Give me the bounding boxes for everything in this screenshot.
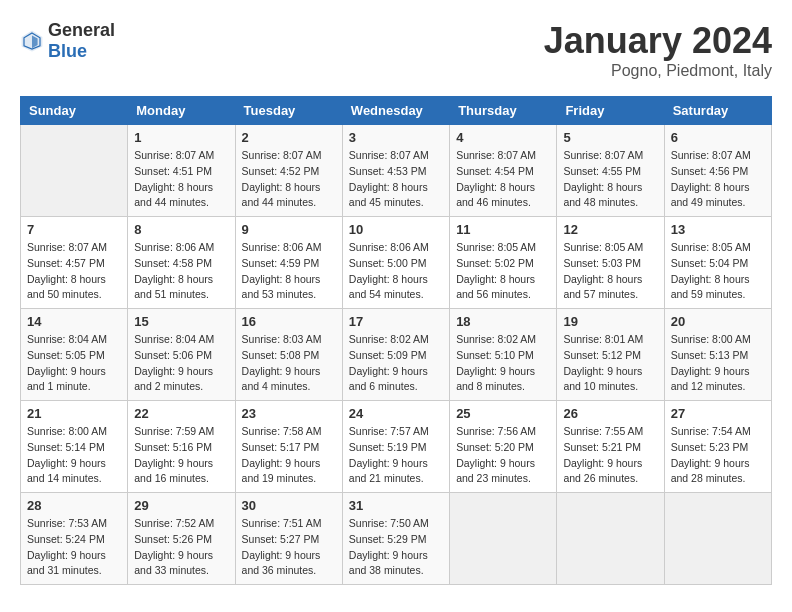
- weekday-header-wednesday: Wednesday: [342, 97, 449, 125]
- day-detail: Sunrise: 8:05 AMSunset: 5:04 PMDaylight:…: [671, 240, 765, 303]
- day-detail: Sunrise: 8:06 AMSunset: 4:58 PMDaylight:…: [134, 240, 228, 303]
- calendar-cell: [450, 493, 557, 585]
- calendar-cell: [664, 493, 771, 585]
- day-detail: Sunrise: 7:57 AMSunset: 5:19 PMDaylight:…: [349, 424, 443, 487]
- day-number: 23: [242, 406, 336, 421]
- calendar-cell: 24Sunrise: 7:57 AMSunset: 5:19 PMDayligh…: [342, 401, 449, 493]
- day-detail: Sunrise: 7:56 AMSunset: 5:20 PMDaylight:…: [456, 424, 550, 487]
- day-detail: Sunrise: 8:05 AMSunset: 5:02 PMDaylight:…: [456, 240, 550, 303]
- calendar-cell: 29Sunrise: 7:52 AMSunset: 5:26 PMDayligh…: [128, 493, 235, 585]
- day-number: 20: [671, 314, 765, 329]
- day-number: 10: [349, 222, 443, 237]
- day-number: 2: [242, 130, 336, 145]
- day-detail: Sunrise: 7:53 AMSunset: 5:24 PMDaylight:…: [27, 516, 121, 579]
- day-detail: Sunrise: 8:01 AMSunset: 5:12 PMDaylight:…: [563, 332, 657, 395]
- calendar-cell: 17Sunrise: 8:02 AMSunset: 5:09 PMDayligh…: [342, 309, 449, 401]
- day-number: 28: [27, 498, 121, 513]
- day-number: 19: [563, 314, 657, 329]
- calendar-cell: 27Sunrise: 7:54 AMSunset: 5:23 PMDayligh…: [664, 401, 771, 493]
- calendar-week-row: 14Sunrise: 8:04 AMSunset: 5:05 PMDayligh…: [21, 309, 772, 401]
- calendar-cell: 25Sunrise: 7:56 AMSunset: 5:20 PMDayligh…: [450, 401, 557, 493]
- calendar-cell: 14Sunrise: 8:04 AMSunset: 5:05 PMDayligh…: [21, 309, 128, 401]
- weekday-header-monday: Monday: [128, 97, 235, 125]
- day-detail: Sunrise: 8:07 AMSunset: 4:52 PMDaylight:…: [242, 148, 336, 211]
- day-detail: Sunrise: 8:00 AMSunset: 5:13 PMDaylight:…: [671, 332, 765, 395]
- day-detail: Sunrise: 8:04 AMSunset: 5:05 PMDaylight:…: [27, 332, 121, 395]
- day-detail: Sunrise: 7:59 AMSunset: 5:16 PMDaylight:…: [134, 424, 228, 487]
- day-number: 15: [134, 314, 228, 329]
- day-number: 16: [242, 314, 336, 329]
- day-detail: Sunrise: 8:04 AMSunset: 5:06 PMDaylight:…: [134, 332, 228, 395]
- calendar-cell: 21Sunrise: 8:00 AMSunset: 5:14 PMDayligh…: [21, 401, 128, 493]
- day-detail: Sunrise: 8:02 AMSunset: 5:10 PMDaylight:…: [456, 332, 550, 395]
- day-detail: Sunrise: 7:52 AMSunset: 5:26 PMDaylight:…: [134, 516, 228, 579]
- calendar-title: January 2024: [544, 20, 772, 62]
- page-header: General Blue January 2024 Pogno, Piedmon…: [20, 20, 772, 80]
- logo-icon: [20, 29, 44, 53]
- calendar-cell: 10Sunrise: 8:06 AMSunset: 5:00 PMDayligh…: [342, 217, 449, 309]
- calendar-subtitle: Pogno, Piedmont, Italy: [544, 62, 772, 80]
- calendar-cell: 28Sunrise: 7:53 AMSunset: 5:24 PMDayligh…: [21, 493, 128, 585]
- day-detail: Sunrise: 8:07 AMSunset: 4:51 PMDaylight:…: [134, 148, 228, 211]
- day-detail: Sunrise: 8:07 AMSunset: 4:57 PMDaylight:…: [27, 240, 121, 303]
- day-detail: Sunrise: 8:07 AMSunset: 4:54 PMDaylight:…: [456, 148, 550, 211]
- calendar-cell: 8Sunrise: 8:06 AMSunset: 4:58 PMDaylight…: [128, 217, 235, 309]
- logo-general: General: [48, 20, 115, 40]
- calendar-week-row: 28Sunrise: 7:53 AMSunset: 5:24 PMDayligh…: [21, 493, 772, 585]
- logo: General Blue: [20, 20, 115, 62]
- calendar-cell: 18Sunrise: 8:02 AMSunset: 5:10 PMDayligh…: [450, 309, 557, 401]
- day-number: 18: [456, 314, 550, 329]
- calendar-cell: 2Sunrise: 8:07 AMSunset: 4:52 PMDaylight…: [235, 125, 342, 217]
- day-detail: Sunrise: 7:51 AMSunset: 5:27 PMDaylight:…: [242, 516, 336, 579]
- weekday-header-saturday: Saturday: [664, 97, 771, 125]
- day-number: 5: [563, 130, 657, 145]
- calendar-cell: [557, 493, 664, 585]
- calendar-cell: 3Sunrise: 8:07 AMSunset: 4:53 PMDaylight…: [342, 125, 449, 217]
- calendar-cell: 19Sunrise: 8:01 AMSunset: 5:12 PMDayligh…: [557, 309, 664, 401]
- day-number: 22: [134, 406, 228, 421]
- day-number: 30: [242, 498, 336, 513]
- day-number: 26: [563, 406, 657, 421]
- day-number: 29: [134, 498, 228, 513]
- weekday-header-row: SundayMondayTuesdayWednesdayThursdayFrid…: [21, 97, 772, 125]
- day-detail: Sunrise: 7:55 AMSunset: 5:21 PMDaylight:…: [563, 424, 657, 487]
- day-number: 25: [456, 406, 550, 421]
- calendar-cell: 12Sunrise: 8:05 AMSunset: 5:03 PMDayligh…: [557, 217, 664, 309]
- day-number: 9: [242, 222, 336, 237]
- day-detail: Sunrise: 8:00 AMSunset: 5:14 PMDaylight:…: [27, 424, 121, 487]
- day-number: 31: [349, 498, 443, 513]
- calendar-cell: 6Sunrise: 8:07 AMSunset: 4:56 PMDaylight…: [664, 125, 771, 217]
- day-detail: Sunrise: 8:07 AMSunset: 4:55 PMDaylight:…: [563, 148, 657, 211]
- weekday-header-thursday: Thursday: [450, 97, 557, 125]
- day-detail: Sunrise: 8:02 AMSunset: 5:09 PMDaylight:…: [349, 332, 443, 395]
- day-number: 8: [134, 222, 228, 237]
- day-detail: Sunrise: 8:06 AMSunset: 5:00 PMDaylight:…: [349, 240, 443, 303]
- calendar-cell: 20Sunrise: 8:00 AMSunset: 5:13 PMDayligh…: [664, 309, 771, 401]
- weekday-header-sunday: Sunday: [21, 97, 128, 125]
- day-detail: Sunrise: 8:07 AMSunset: 4:56 PMDaylight:…: [671, 148, 765, 211]
- calendar-cell: 31Sunrise: 7:50 AMSunset: 5:29 PMDayligh…: [342, 493, 449, 585]
- day-detail: Sunrise: 7:54 AMSunset: 5:23 PMDaylight:…: [671, 424, 765, 487]
- day-number: 4: [456, 130, 550, 145]
- day-detail: Sunrise: 8:07 AMSunset: 4:53 PMDaylight:…: [349, 148, 443, 211]
- calendar-cell: 4Sunrise: 8:07 AMSunset: 4:54 PMDaylight…: [450, 125, 557, 217]
- calendar-cell: 22Sunrise: 7:59 AMSunset: 5:16 PMDayligh…: [128, 401, 235, 493]
- calendar-cell: 5Sunrise: 8:07 AMSunset: 4:55 PMDaylight…: [557, 125, 664, 217]
- calendar-cell: 9Sunrise: 8:06 AMSunset: 4:59 PMDaylight…: [235, 217, 342, 309]
- calendar-cell: 23Sunrise: 7:58 AMSunset: 5:17 PMDayligh…: [235, 401, 342, 493]
- calendar-week-row: 21Sunrise: 8:00 AMSunset: 5:14 PMDayligh…: [21, 401, 772, 493]
- day-number: 13: [671, 222, 765, 237]
- day-number: 21: [27, 406, 121, 421]
- day-number: 12: [563, 222, 657, 237]
- day-number: 14: [27, 314, 121, 329]
- day-number: 6: [671, 130, 765, 145]
- calendar-table: SundayMondayTuesdayWednesdayThursdayFrid…: [20, 96, 772, 585]
- day-number: 7: [27, 222, 121, 237]
- calendar-cell: 15Sunrise: 8:04 AMSunset: 5:06 PMDayligh…: [128, 309, 235, 401]
- day-detail: Sunrise: 8:05 AMSunset: 5:03 PMDaylight:…: [563, 240, 657, 303]
- calendar-cell: 7Sunrise: 8:07 AMSunset: 4:57 PMDaylight…: [21, 217, 128, 309]
- day-detail: Sunrise: 7:50 AMSunset: 5:29 PMDaylight:…: [349, 516, 443, 579]
- title-block: January 2024 Pogno, Piedmont, Italy: [544, 20, 772, 80]
- logo-blue: Blue: [48, 41, 87, 61]
- calendar-cell: 30Sunrise: 7:51 AMSunset: 5:27 PMDayligh…: [235, 493, 342, 585]
